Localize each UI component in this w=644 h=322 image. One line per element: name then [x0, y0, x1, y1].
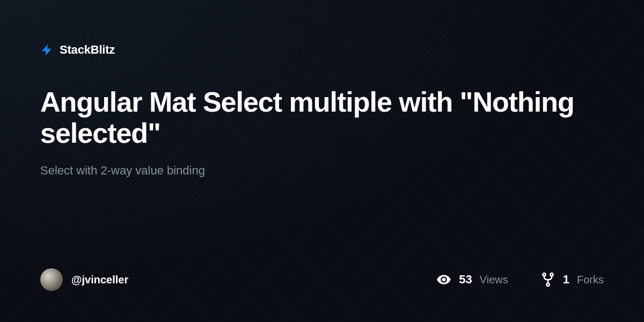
author-username: @jvinceller	[71, 274, 128, 286]
footer: @jvinceller 53 Views	[40, 268, 604, 291]
forks-count: 1	[563, 273, 569, 287]
brand: StackBlitz	[40, 43, 604, 57]
brand-name: StackBlitz	[60, 43, 115, 57]
forks-label: Forks	[577, 274, 604, 286]
stats: 53 Views 1 Forks	[436, 272, 604, 287]
fork-icon	[540, 272, 555, 287]
project-title: Angular Mat Select multiple with "Nothin…	[40, 86, 604, 149]
svg-point-2	[546, 283, 549, 286]
project-subtitle: Select with 2-way value binding	[40, 164, 604, 178]
stat-forks: 1 Forks	[540, 272, 604, 287]
views-count: 53	[459, 273, 472, 287]
avatar	[40, 268, 63, 291]
lightning-bolt-icon	[40, 43, 54, 57]
author: @jvinceller	[40, 268, 128, 291]
stat-views: 53 Views	[436, 272, 508, 287]
svg-point-0	[543, 273, 545, 276]
social-card: StackBlitz Angular Mat Select multiple w…	[0, 0, 644, 322]
eye-icon	[436, 272, 451, 287]
svg-point-1	[550, 273, 553, 276]
views-label: Views	[480, 274, 508, 286]
